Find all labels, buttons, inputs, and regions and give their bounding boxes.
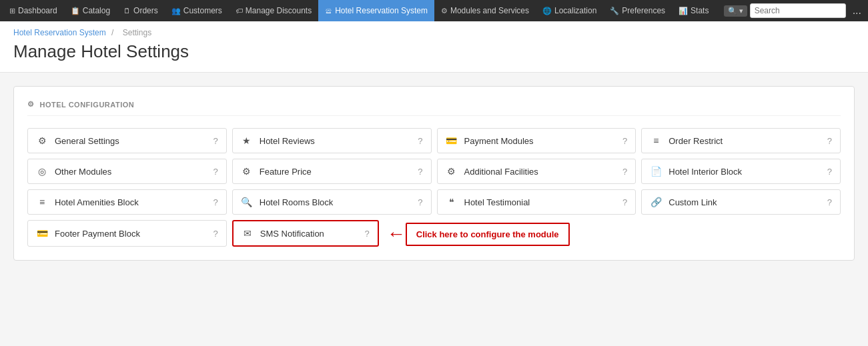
annotation-box: Click here to configure the module [406, 223, 570, 246]
settings-row-2: ◎ Other Modules ? ⚙ Feature Price ? ⚙ Ad… [27, 159, 841, 184]
setting-hotel-amenities-block[interactable]: ≡ Hotel Amenities Block ? [27, 189, 227, 215]
footer-payment-label: Footer Payment Block [55, 229, 140, 239]
custom-link-label: Custom Link [669, 197, 717, 207]
setting-custom-link[interactable]: 🔗 Custom Link ? [641, 189, 841, 215]
hotel-rooms-help-icon[interactable]: ? [418, 197, 422, 207]
hotel-testimonial-icon: ❝ [446, 197, 458, 207]
setting-hotel-testimonial[interactable]: ❝ Hotel Testimonial ? [437, 189, 636, 215]
stats-icon: 📊 [679, 7, 688, 15]
settings-row-1: ⚙ General Settings ? ★ Hotel Reviews ? 💳… [27, 128, 841, 153]
navbar-right: 🔍 ▾ ... [724, 0, 865, 21]
nav-orders[interactable]: 🗒 Orders [117, 0, 165, 21]
dashboard-icon: ⊞ [9, 7, 15, 15]
setting-other-modules[interactable]: ◎ Other Modules ? [27, 159, 227, 184]
hotel-testimonial-help-icon[interactable]: ? [622, 197, 627, 207]
nav-hotel-reservation[interactable]: 🛎 Hotel Reservation System [318, 0, 434, 21]
breadcrumb-current: Settings [123, 28, 151, 37]
catalog-icon: 📋 [71, 7, 80, 15]
setting-feature-price[interactable]: ⚙ Feature Price ? [232, 159, 432, 184]
footer-payment-help-icon[interactable]: ? [213, 229, 218, 239]
sms-help-icon[interactable]: ? [365, 229, 370, 239]
top-navbar: ⊞ Dashboard 📋 Catalog 🗒 Orders 👥 Custome… [0, 0, 868, 21]
setting-hotel-interior-block[interactable]: 📄 Hotel Interior Block ? [641, 159, 841, 184]
general-settings-help-icon[interactable]: ? [213, 136, 218, 146]
order-restrict-label: Order Restrict [669, 136, 723, 146]
nav-manage-discounts[interactable]: 🏷 Manage Discounts [229, 0, 318, 21]
section-header: ⚙ HOTEL CONFIGURATION [27, 100, 841, 116]
hotel-reviews-label: Hotel Reviews [260, 136, 315, 146]
setting-sms-notification[interactable]: ✉ SMS Notification ? [232, 220, 379, 247]
nav-customers[interactable]: 👥 Customers [165, 0, 229, 21]
breadcrumb-parent[interactable]: Hotel Reservation System [13, 28, 106, 37]
settings-card: ⚙ HOTEL CONFIGURATION ⚙ General Settings… [13, 86, 855, 261]
feature-price-icon: ⚙ [241, 166, 253, 177]
general-settings-icon: ⚙ [36, 135, 48, 146]
setting-payment-modules[interactable]: 💳 Payment Modules ? [437, 128, 636, 153]
hotel-rooms-label: Hotel Rooms Block [260, 197, 334, 207]
search-input[interactable] [755, 6, 841, 15]
other-modules-icon: ◎ [36, 166, 48, 177]
additional-facilities-icon: ⚙ [446, 166, 458, 177]
sms-icon: ✉ [242, 228, 254, 239]
hotel-interior-label: Hotel Interior Block [669, 167, 742, 177]
customers-icon: 👥 [171, 7, 181, 15]
discounts-icon: 🏷 [236, 7, 243, 15]
orders-icon: 🗒 [123, 7, 131, 15]
additional-facilities-label: Additional Facilities [464, 167, 538, 177]
payment-modules-label: Payment Modules [464, 136, 534, 146]
other-modules-label: Other Modules [55, 167, 111, 177]
annotation-wrapper: ← Click here to configure the module [387, 223, 570, 246]
additional-facilities-help-icon[interactable]: ? [622, 167, 627, 177]
settings-last-row: 💳 Footer Payment Block ? ✉ SMS Notificat… [27, 220, 841, 247]
preferences-icon: 🔧 [610, 7, 619, 15]
setting-order-restrict[interactable]: ≡ Order Restrict ? [641, 128, 841, 153]
feature-price-label: Feature Price [260, 167, 312, 177]
order-restrict-icon: ≡ [650, 135, 662, 146]
hotel-interior-icon: 📄 [650, 166, 662, 177]
breadcrumb-separator: / [111, 28, 113, 37]
hotel-amenities-icon: ≡ [36, 197, 48, 207]
page-title: Manage Hotel Settings [13, 41, 855, 62]
settings-row-3: ≡ Hotel Amenities Block ? 🔍 Hotel Rooms … [27, 189, 841, 215]
search-toggle-button[interactable]: 🔍 ▾ [724, 5, 747, 17]
hotel-testimonial-label: Hotel Testimonial [464, 197, 530, 207]
nav-localization[interactable]: 🌐 Localization [536, 0, 603, 21]
hotel-icon: 🛎 [325, 7, 332, 15]
sms-label: SMS Notification [260, 229, 324, 239]
setting-hotel-reviews[interactable]: ★ Hotel Reviews ? [232, 128, 432, 153]
other-modules-help-icon[interactable]: ? [213, 167, 218, 177]
nav-stats[interactable]: 📊 Stats [672, 0, 715, 21]
payment-modules-help-icon[interactable]: ? [622, 136, 627, 146]
setting-hotel-rooms-block[interactable]: 🔍 Hotel Rooms Block ? [232, 189, 432, 215]
footer-payment-icon: 💳 [36, 228, 48, 239]
hotel-amenities-help-icon[interactable]: ? [213, 197, 218, 207]
more-options-button[interactable]: ... [849, 5, 865, 17]
nav-preferences[interactable]: 🔧 Preferences [603, 0, 672, 21]
modules-icon: ⚙ [441, 7, 448, 15]
hotel-interior-help-icon[interactable]: ? [827, 167, 832, 177]
localization-icon: 🌐 [542, 7, 552, 15]
feature-price-help-icon[interactable]: ? [418, 167, 422, 177]
dropdown-arrow-icon: ▾ [739, 7, 743, 15]
hotel-amenities-label: Hotel Amenities Block [55, 197, 139, 207]
hotel-rooms-icon: 🔍 [241, 197, 253, 207]
nav-dashboard[interactable]: ⊞ Dashboard [3, 0, 64, 21]
hotel-reviews-help-icon[interactable]: ? [418, 136, 422, 146]
general-settings-label: General Settings [55, 136, 119, 146]
hotel-reviews-icon: ★ [241, 135, 253, 146]
main-content: ⚙ HOTEL CONFIGURATION ⚙ General Settings… [0, 73, 868, 274]
custom-link-help-icon[interactable]: ? [827, 197, 832, 207]
setting-general-settings[interactable]: ⚙ General Settings ? [27, 128, 227, 153]
payment-modules-icon: 💳 [446, 135, 458, 146]
nav-catalog[interactable]: 📋 Catalog [64, 0, 117, 21]
annotation-arrow-icon: ← [387, 225, 406, 243]
custom-link-icon: 🔗 [650, 197, 662, 207]
breadcrumb: Hotel Reservation System / Settings [13, 28, 855, 37]
config-icon: ⚙ [27, 100, 35, 109]
page-header: Hotel Reservation System / Settings Mana… [0, 21, 868, 73]
nav-modules-services[interactable]: ⚙ Modules and Services [434, 0, 536, 21]
setting-footer-payment-block[interactable]: 💳 Footer Payment Block ? [27, 220, 227, 247]
search-magnifier-icon: 🔍 [728, 7, 737, 15]
order-restrict-help-icon[interactable]: ? [827, 136, 832, 146]
setting-additional-facilities[interactable]: ⚙ Additional Facilities ? [437, 159, 636, 184]
